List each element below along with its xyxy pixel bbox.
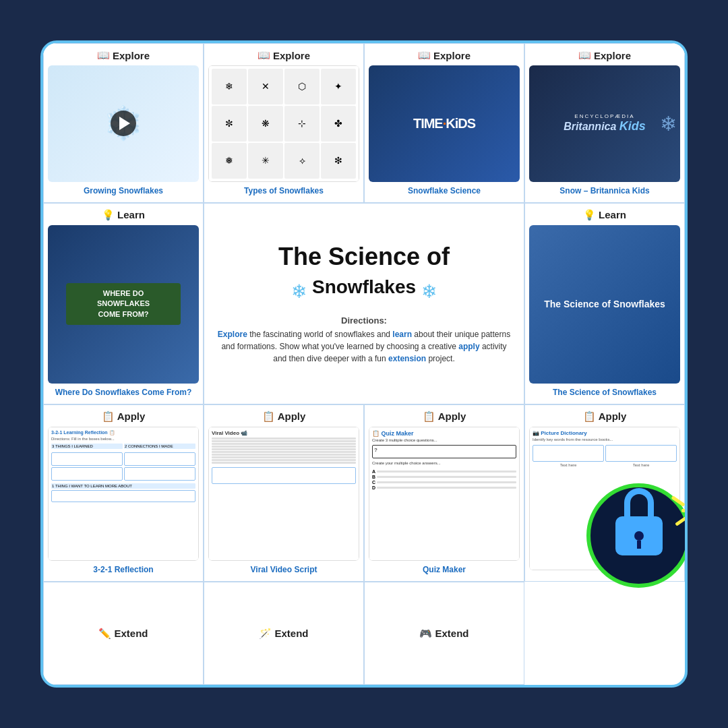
apply-link-1[interactable]: 3-2-1 Reflection [93, 565, 153, 574]
apply-label-4: Apply [599, 411, 627, 422]
apply-link-3[interactable]: Quiz Maker [423, 565, 466, 574]
learn-header-1: 💡 Learn [102, 209, 145, 221]
snowflake-right: ❄ [421, 280, 437, 303]
apply-card-2[interactable]: 📋 Apply Viral Video 📹 [204, 404, 364, 582]
explore-header-3: 📖 Explore [418, 49, 471, 61]
apply-card-3[interactable]: 📋 Apply 📋 Quiz Maker Create 3 multiple c… [364, 404, 524, 582]
extend-cell-2[interactable]: 🪄 Extend [204, 582, 364, 685]
apply-header-2: 📋 Apply [262, 411, 306, 423]
learn-label-1: Learn [117, 209, 145, 220]
explore-img-3: TIME·KiDS [369, 65, 520, 182]
apply-card-1[interactable]: 📋 Apply 3-2-1 Learning Reflection 📋 Dire… [43, 404, 204, 582]
learn-card-1[interactable]: 💡 Learn WHERE DOSNOWFLAKESCOME FROM? Whe… [43, 203, 204, 404]
explore-header-1: 📖 Explore [97, 49, 150, 61]
explore-link-2[interactable]: Types of Snowflakes [244, 186, 324, 195]
explore-label-4: Explore [594, 50, 631, 61]
explore-card-2[interactable]: 📖 Explore ❄ ✕ ⬡ ✦ ✼ ❋ ⊹ ✤ ❅ ✳ ⟡ ❇ Types … [204, 43, 364, 203]
apply-header-1: 📋 Apply [102, 411, 146, 423]
apply-img-3: 📋 Quiz Maker Create 3 multiple choice qu… [369, 427, 520, 562]
extend-label-2: Extend [274, 628, 308, 639]
explore-card-3[interactable]: 📖 Explore TIME·KiDS Snowflake Science [364, 43, 524, 203]
explore-link-3[interactable]: Snowflake Science [408, 186, 481, 195]
clipboard-icon-4: 📋 [583, 411, 596, 423]
directions-label: Directions: [341, 315, 387, 326]
explore-link-1[interactable]: Growing Snowflakes [84, 186, 163, 195]
extend-cell-3[interactable]: 🎮 Extend [364, 582, 524, 685]
learn-label-2: Learn [599, 209, 626, 220]
bulb-icon-1: 💡 [102, 209, 115, 221]
clipboard-icon-1: 📋 [102, 411, 115, 423]
apply-label-1: Apply [117, 411, 146, 422]
center-title-line1: The Science of [278, 242, 450, 271]
pencil-icon: ✏️ [98, 628, 111, 640]
explore-label-1: Explore [113, 50, 150, 61]
learn-img-2: The Science of Snowflakes [529, 225, 680, 384]
learn-header-2: 💡 Learn [583, 209, 626, 221]
learn-card-2[interactable]: 💡 Learn The Science of Snowflakes The Sc… [524, 203, 685, 404]
clipboard-icon-3: 📋 [423, 411, 435, 423]
apply-img-2: Viral Video 📹 [208, 427, 359, 562]
book-icon-1: 📖 [97, 49, 110, 61]
book-icon-2: 📖 [257, 49, 270, 61]
apply-card-4[interactable]: 📋 Apply 📷 Picture Dictionary Identify ke… [524, 404, 685, 582]
explore-img-1: ❄️ [48, 65, 199, 182]
explore-label-2: Explore [273, 50, 310, 61]
extend-header-2: 🪄 Extend [259, 628, 308, 640]
extend-cell-1[interactable]: ✏️ Extend [43, 582, 204, 685]
book-icon-4: 📖 [578, 49, 591, 61]
extend-label-1: Extend [114, 628, 148, 639]
center-panel: The Science of ❄ Snowflakes ❄ Directions… [204, 203, 524, 404]
wand-icon: 🪄 [259, 628, 272, 640]
game-icon: 🎮 [419, 628, 432, 640]
apply-label-3: Apply [438, 411, 466, 422]
extend-header-1: ✏️ Extend [98, 628, 148, 640]
book-icon-3: 📖 [418, 49, 431, 61]
explore-img-4: ENCYCLOPÆDIA Britannica Kids ❄ [529, 65, 680, 182]
extend-header-3: 🎮 Extend [419, 628, 468, 640]
apply-link-2[interactable]: Viral Video Script [251, 565, 317, 574]
apply-header-3: 📋 Apply [423, 411, 466, 423]
directions-text: Explore the fascinating world of snowfla… [215, 328, 513, 365]
clipboard-icon-2: 📋 [262, 411, 275, 423]
bulb-icon-2: 💡 [583, 209, 596, 221]
explore-card-4[interactable]: 📖 Explore ENCYCLOPÆDIA Britannica Kids ❄… [524, 43, 685, 203]
learn-link-1[interactable]: Where Do Snowflakes Come From? [55, 388, 192, 397]
center-title-line2: Snowflakes [312, 276, 416, 298]
apply-header-4: 📋 Apply [583, 411, 627, 423]
extend-label-3: Extend [435, 628, 468, 639]
snowflake-left: ❄ [291, 280, 307, 303]
explore-header-2: 📖 Explore [257, 49, 310, 61]
explore-card-1[interactable]: 📖 Explore ❄️ Growing Snowflakes [43, 43, 204, 203]
main-grid: 📖 Explore ❄️ Growing Snowflakes 📖 Explor… [40, 40, 688, 688]
apply-img-1: 3-2-1 Learning Reflection 📋 Directions: … [48, 427, 199, 562]
lock-overlay [586, 483, 688, 618]
explore-link-4[interactable]: Snow – Britannica Kids [559, 186, 649, 195]
apply-label-2: Apply [278, 411, 306, 422]
explore-header-4: 📖 Explore [578, 49, 631, 61]
explore-img-2: ❄ ✕ ⬡ ✦ ✼ ❋ ⊹ ✤ ❅ ✳ ⟡ ❇ [208, 65, 359, 182]
explore-label-3: Explore [433, 50, 471, 61]
learn-img-1: WHERE DOSNOWFLAKESCOME FROM? [48, 225, 199, 384]
learn-link-2[interactable]: The Science of Snowflakes [553, 388, 657, 397]
